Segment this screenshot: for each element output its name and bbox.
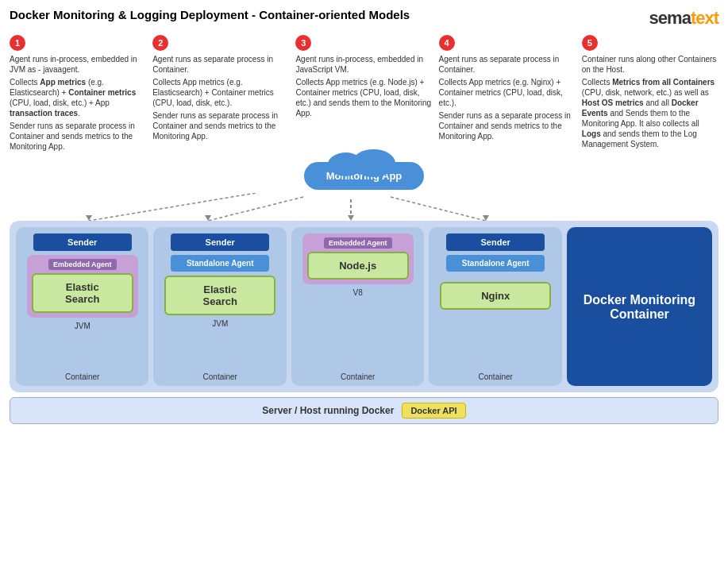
desc-col-4: 4 Agent runs as separate process in Cont… [439,35,576,154]
container-2: Sender Standalone Agent ElasticSearch JV… [153,227,286,386]
desc-col-5: 5 Container runs along other Containers … [582,35,718,154]
embedded-box-3: Embedded Agent Node.js [302,233,414,284]
sender-btn-4[interactable]: Sender [446,233,545,251]
description-row: 1 Agent runs in-process, embedded in JVM… [10,35,718,154]
containers-area: Sender Embedded Agent ElasticSearch JVM … [10,221,718,392]
app-box-elasticsearch-1: ElasticSearch [32,273,133,313]
server-bar: Server / Host running Docker Docker API [10,397,718,424]
num-badge-1: 1 [10,35,25,51]
container-footer-4: Container [479,372,513,381]
desc-col-2: 2 Agent runs as separate process in Cont… [152,35,289,154]
svg-marker-4 [86,215,92,221]
server-label: Server / Host running Docker [262,405,394,416]
monitoring-app-cloud: Monitoring App [304,162,425,190]
page-title: Docker Monitoring & Logging Deployment -… [10,8,410,21]
container-1: Sender Embedded Agent ElasticSearch JVM … [16,227,148,386]
svg-line-0 [89,193,256,221]
sender-btn-1[interactable]: Sender [33,233,132,251]
svg-line-3 [391,197,486,221]
sematext-logo: sematext [649,8,718,29]
embedded-label-1: Embedded Agent [48,259,117,270]
svg-marker-6 [348,215,354,221]
embedded-box-1: Embedded Agent ElasticSearch [27,255,138,318]
app-box-nodejs: Node.js [307,252,409,280]
standalone-btn-2[interactable]: Standalone Agent [171,255,269,272]
v8-label: V8 [353,288,363,297]
embedded-label-3: Embedded Agent [324,237,392,249]
monitoring-app-area: Monitoring App [10,162,718,190]
container-4: Sender Standalone Agent Nginx Container [429,227,561,386]
container-footer-2: Container [203,372,237,381]
desc-col-1: 1 Agent runs in-process, embedded in JVM… [10,35,146,154]
container-footer-1: Container [65,372,99,381]
page: Docker Monitoring & Logging Deployment -… [0,0,728,571]
standalone-btn-4[interactable]: Standalone Agent [446,255,545,272]
num-badge-2: 2 [152,35,168,51]
header: Docker Monitoring & Logging Deployment -… [10,8,718,29]
docker-monitoring-container: Docker Monitoring Container [567,227,712,386]
sender-btn-2[interactable]: Sender [171,233,269,251]
container-footer-3: Container [341,372,375,381]
app-box-nginx: Nginx [440,282,551,310]
docker-monitoring-label: Docker Monitoring Container [572,293,707,322]
jvm-label-1: JVM [75,322,91,330]
num-badge-3: 3 [295,35,311,51]
jvm-label-2: JVM [212,319,228,328]
container-3: Embedded Agent Node.js V8 Container [291,227,424,386]
svg-line-1 [208,197,303,221]
connection-lines [10,193,718,221]
app-box-elasticsearch-2: ElasticSearch [164,276,275,315]
docker-api-button[interactable]: Docker API [402,403,465,419]
desc-col-3: 3 Agent runs in-process, embedded in Jav… [295,35,432,154]
num-badge-5: 5 [582,35,598,51]
num-badge-4: 4 [439,35,455,51]
